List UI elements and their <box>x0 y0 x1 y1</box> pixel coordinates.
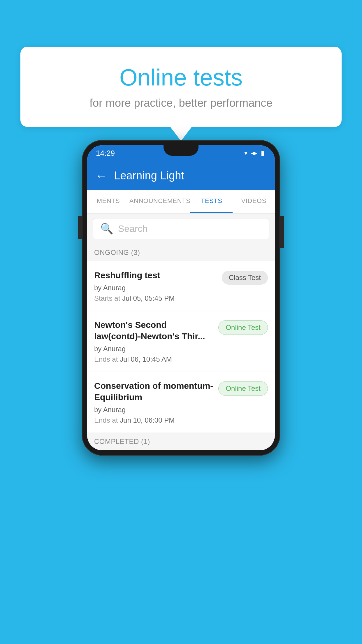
search-bar[interactable]: 🔍 Search <box>93 218 269 239</box>
search-icon: 🔍 <box>100 223 113 235</box>
completed-section-header: COMPLETED (1) <box>87 433 275 450</box>
test-time-2: Ends at Jul 06, 10:45 AM <box>94 355 214 363</box>
ongoing-section-header: ONGOING (3) <box>87 244 275 261</box>
signal-icon: ◂▸ <box>251 149 257 157</box>
speech-bubble: Online tests for more practice, better p… <box>20 47 342 127</box>
phone-frame: 14:29 ▾ ◂▸ ▮ ← Learning Light MENTS <box>82 140 280 456</box>
tab-videos[interactable]: VIDEOS <box>233 190 275 213</box>
search-placeholder: Search <box>118 223 147 234</box>
battery-icon: ▮ <box>261 149 264 157</box>
test-time-value-2: Jul 06, 10:45 AM <box>120 355 172 363</box>
tabs-bar: MENTS ANNOUNCEMENTS TESTS VIDEOS <box>87 190 275 214</box>
speech-bubble-subtitle: for more practice, better performance <box>44 97 318 109</box>
notch <box>164 145 198 156</box>
status-icons: ▾ ◂▸ ▮ <box>244 149 264 157</box>
test-time-label-1: Starts at <box>94 294 120 302</box>
test-item[interactable]: Newton's Second law(contd)-Newton's Thir… <box>87 311 275 372</box>
wifi-icon: ▾ <box>244 149 247 157</box>
tab-ments-label: MENTS <box>97 197 120 205</box>
tab-tests-label: TESTS <box>201 197 222 205</box>
test-time-1: Starts at Jul 05, 05:45 PM <box>94 294 217 302</box>
test-info-1: Reshuffling test by Anurag Starts at Jul… <box>94 270 217 302</box>
badge-1: Class Test <box>222 271 268 285</box>
status-bar: 14:29 ▾ ◂▸ ▮ <box>87 145 275 161</box>
test-info-3: Conservation of momentum-Equilibrium by … <box>94 380 214 424</box>
back-button[interactable]: ← <box>95 169 107 182</box>
search-container: 🔍 Search <box>87 214 275 244</box>
test-author-2: by Anurag <box>94 345 214 353</box>
test-time-value-1: Jul 05, 05:45 PM <box>122 294 175 302</box>
test-time-3: Ends at Jun 10, 06:00 PM <box>94 416 214 424</box>
test-author-3: by Anurag <box>94 406 214 414</box>
tab-videos-label: VIDEOS <box>241 197 266 205</box>
app-bar-title: Learning Light <box>114 169 184 182</box>
test-list: Reshuffling test by Anurag Starts at Jul… <box>87 261 275 433</box>
test-time-label-2: Ends at <box>94 355 118 363</box>
badge-3: Online Test <box>218 381 268 396</box>
phone-screen: 14:29 ▾ ◂▸ ▮ ← Learning Light MENTS <box>87 145 275 450</box>
phone-container: 14:29 ▾ ◂▸ ▮ ← Learning Light MENTS <box>82 140 280 456</box>
speech-bubble-title: Online tests <box>44 64 318 91</box>
test-title-3: Conservation of momentum-Equilibrium <box>94 380 214 403</box>
tab-ments[interactable]: MENTS <box>87 190 129 213</box>
test-title-1: Reshuffling test <box>94 270 217 281</box>
speech-bubble-container: Online tests for more practice, better p… <box>20 47 342 127</box>
test-item[interactable]: Reshuffling test by Anurag Starts at Jul… <box>87 261 275 311</box>
test-item[interactable]: Conservation of momentum-Equilibrium by … <box>87 372 275 433</box>
status-time: 14:29 <box>96 149 115 158</box>
badge-2: Online Test <box>218 320 268 335</box>
tab-announcements[interactable]: ANNOUNCEMENTS <box>129 190 190 213</box>
app-bar: ← Learning Light <box>87 161 275 190</box>
test-author-1: by Anurag <box>94 284 217 292</box>
test-time-value-3: Jun 10, 06:00 PM <box>120 416 175 424</box>
back-arrow-icon: ← <box>95 169 107 182</box>
tab-announcements-label: ANNOUNCEMENTS <box>129 197 190 205</box>
test-title-2: Newton's Second law(contd)-Newton's Thir… <box>94 319 214 342</box>
test-info-2: Newton's Second law(contd)-Newton's Thir… <box>94 319 214 363</box>
tab-tests[interactable]: TESTS <box>190 190 233 213</box>
test-time-label-3: Ends at <box>94 416 118 424</box>
